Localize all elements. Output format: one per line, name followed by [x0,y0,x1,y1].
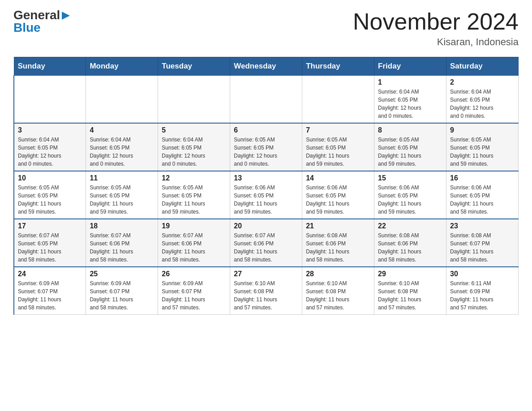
day-number: 10 [18,174,82,182]
day-number: 20 [234,222,298,230]
calendar-table: Sunday Monday Tuesday Wednesday Thursday… [13,57,519,315]
day-info: Sunrise: 6:07 AM Sunset: 6:05 PM Dayligh… [18,231,82,264]
calendar-cell [158,76,230,124]
location-subtitle: Kisaran, Indonesia [353,36,519,48]
day-info: Sunrise: 6:06 AM Sunset: 6:05 PM Dayligh… [450,184,515,216]
calendar-cell: 19Sunrise: 6:07 AM Sunset: 6:06 PM Dayli… [158,219,230,267]
day-info: Sunrise: 6:04 AM Sunset: 6:05 PM Dayligh… [18,136,82,168]
calendar-header-row: Sunday Monday Tuesday Wednesday Thursday… [14,57,519,76]
day-info: Sunrise: 6:07 AM Sunset: 6:06 PM Dayligh… [234,231,298,264]
calendar-cell: 20Sunrise: 6:07 AM Sunset: 6:06 PM Dayli… [230,219,302,267]
calendar-cell: 26Sunrise: 6:09 AM Sunset: 6:07 PM Dayli… [158,267,230,315]
calendar-cell: 5Sunrise: 6:04 AM Sunset: 6:05 PM Daylig… [158,123,230,171]
calendar-cell: 28Sunrise: 6:10 AM Sunset: 6:08 PM Dayli… [302,267,374,315]
day-info: Sunrise: 6:05 AM Sunset: 6:05 PM Dayligh… [450,136,515,168]
day-number: 14 [306,174,370,182]
day-info: Sunrise: 6:09 AM Sunset: 6:07 PM Dayligh… [162,279,226,312]
day-number: 19 [162,222,226,230]
day-info: Sunrise: 6:11 AM Sunset: 6:09 PM Dayligh… [450,279,515,312]
day-number: 7 [306,126,370,134]
day-number: 6 [234,126,298,134]
day-info: Sunrise: 6:06 AM Sunset: 6:05 PM Dayligh… [306,184,370,216]
day-info: Sunrise: 6:05 AM Sunset: 6:05 PM Dayligh… [234,136,298,168]
col-sunday: Sunday [14,57,86,76]
day-number: 17 [18,222,82,230]
calendar-cell: 17Sunrise: 6:07 AM Sunset: 6:05 PM Dayli… [14,219,86,267]
day-info: Sunrise: 6:05 AM Sunset: 6:05 PM Dayligh… [90,184,154,216]
calendar-cell: 16Sunrise: 6:06 AM Sunset: 6:05 PM Dayli… [446,171,519,219]
day-info: Sunrise: 6:04 AM Sunset: 6:05 PM Dayligh… [162,136,226,168]
week-row-3: 10Sunrise: 6:05 AM Sunset: 6:05 PM Dayli… [14,171,519,219]
week-row-5: 24Sunrise: 6:09 AM Sunset: 6:07 PM Dayli… [14,267,519,315]
calendar-cell: 2Sunrise: 6:04 AM Sunset: 6:05 PM Daylig… [446,76,519,124]
day-number: 8 [378,126,442,134]
col-tuesday: Tuesday [158,57,230,76]
day-info: Sunrise: 6:06 AM Sunset: 6:05 PM Dayligh… [234,184,298,216]
day-number: 2 [450,78,515,86]
day-number: 21 [306,222,370,230]
day-info: Sunrise: 6:08 AM Sunset: 6:06 PM Dayligh… [306,231,370,264]
svg-marker-0 [62,12,70,20]
col-saturday: Saturday [446,57,519,76]
calendar-cell: 8Sunrise: 6:05 AM Sunset: 6:05 PM Daylig… [374,123,446,171]
calendar-cell: 24Sunrise: 6:09 AM Sunset: 6:07 PM Dayli… [14,267,86,315]
calendar-cell [230,76,302,124]
day-number: 15 [378,174,442,182]
day-number: 13 [234,174,298,182]
day-number: 29 [378,270,442,278]
day-info: Sunrise: 6:05 AM Sunset: 6:05 PM Dayligh… [162,184,226,216]
page-header: General Blue November 2024 Kisaran, Indo… [13,9,519,48]
day-info: Sunrise: 6:05 AM Sunset: 6:05 PM Dayligh… [18,184,82,216]
day-info: Sunrise: 6:07 AM Sunset: 6:06 PM Dayligh… [162,231,226,264]
calendar-cell: 29Sunrise: 6:10 AM Sunset: 6:08 PM Dayli… [374,267,446,315]
day-number: 22 [378,222,442,230]
day-number: 23 [450,222,515,230]
week-row-2: 3Sunrise: 6:04 AM Sunset: 6:05 PM Daylig… [14,123,519,171]
day-number: 16 [450,174,515,182]
calendar-cell: 30Sunrise: 6:11 AM Sunset: 6:09 PM Dayli… [446,267,519,315]
col-wednesday: Wednesday [230,57,302,76]
day-info: Sunrise: 6:04 AM Sunset: 6:05 PM Dayligh… [450,88,515,120]
calendar-cell [302,76,374,124]
title-block: November 2024 Kisaran, Indonesia [353,9,519,48]
calendar-cell: 27Sunrise: 6:10 AM Sunset: 6:08 PM Dayli… [230,267,302,315]
day-info: Sunrise: 6:10 AM Sunset: 6:08 PM Dayligh… [378,279,442,312]
month-year-title: November 2024 [353,9,519,34]
day-number: 3 [18,126,82,134]
day-number: 24 [18,270,82,278]
day-number: 12 [162,174,226,182]
col-friday: Friday [374,57,446,76]
calendar-cell: 4Sunrise: 6:04 AM Sunset: 6:05 PM Daylig… [86,123,158,171]
calendar-cell: 15Sunrise: 6:06 AM Sunset: 6:05 PM Dayli… [374,171,446,219]
day-info: Sunrise: 6:09 AM Sunset: 6:07 PM Dayligh… [18,279,82,312]
day-info: Sunrise: 6:04 AM Sunset: 6:05 PM Dayligh… [90,136,154,168]
day-info: Sunrise: 6:05 AM Sunset: 6:05 PM Dayligh… [306,136,370,168]
calendar-cell: 11Sunrise: 6:05 AM Sunset: 6:05 PM Dayli… [86,171,158,219]
day-number: 18 [90,222,154,230]
calendar-cell: 21Sunrise: 6:08 AM Sunset: 6:06 PM Dayli… [302,219,374,267]
calendar-cell: 23Sunrise: 6:08 AM Sunset: 6:07 PM Dayli… [446,219,519,267]
calendar-cell: 10Sunrise: 6:05 AM Sunset: 6:05 PM Dayli… [14,171,86,219]
day-info: Sunrise: 6:06 AM Sunset: 6:05 PM Dayligh… [378,184,442,216]
calendar-cell: 7Sunrise: 6:05 AM Sunset: 6:05 PM Daylig… [302,123,374,171]
day-number: 28 [306,270,370,278]
day-number: 9 [450,126,515,134]
day-number: 5 [162,126,226,134]
day-info: Sunrise: 6:07 AM Sunset: 6:06 PM Dayligh… [90,231,154,264]
day-number: 30 [450,270,515,278]
calendar-cell: 6Sunrise: 6:05 AM Sunset: 6:05 PM Daylig… [230,123,302,171]
day-number: 25 [90,270,154,278]
day-number: 27 [234,270,298,278]
col-monday: Monday [86,57,158,76]
day-info: Sunrise: 6:09 AM Sunset: 6:07 PM Dayligh… [90,279,154,312]
logo-flag-icon [61,11,71,21]
day-info: Sunrise: 6:08 AM Sunset: 6:06 PM Dayligh… [378,231,442,264]
calendar-cell: 1Sunrise: 6:04 AM Sunset: 6:05 PM Daylig… [374,76,446,124]
calendar-cell: 12Sunrise: 6:05 AM Sunset: 6:05 PM Dayli… [158,171,230,219]
day-info: Sunrise: 6:05 AM Sunset: 6:05 PM Dayligh… [378,136,442,168]
logo: General Blue [13,9,71,34]
logo-blue: Blue [13,21,41,34]
calendar-cell: 9Sunrise: 6:05 AM Sunset: 6:05 PM Daylig… [446,123,519,171]
calendar-cell: 22Sunrise: 6:08 AM Sunset: 6:06 PM Dayli… [374,219,446,267]
day-number: 1 [378,78,442,86]
